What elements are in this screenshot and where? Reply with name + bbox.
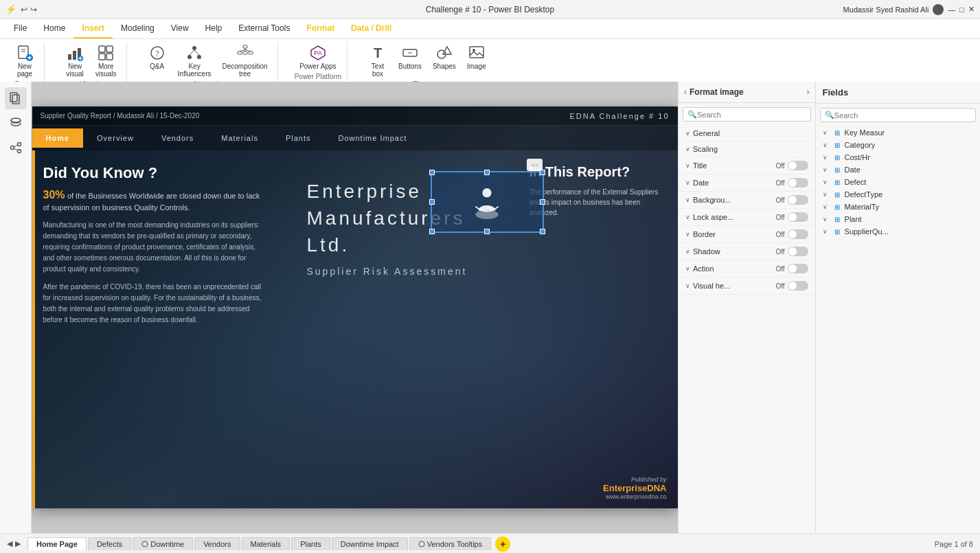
prev-page-btn[interactable]: ◀ <box>7 539 12 548</box>
shapes-button[interactable]: Shapes <box>429 42 460 71</box>
format-section-title[interactable]: ∨ Title Off <box>679 157 815 174</box>
tab-insert[interactable]: Insert <box>73 19 113 38</box>
svg-line-45 <box>14 148 17 150</box>
format-sections-list: ∨ General ∨ Scaling ∨ Title <box>679 126 815 533</box>
tab-help[interactable]: Help <box>197 19 231 38</box>
shadow-toggle[interactable] <box>788 247 808 256</box>
handle-rm[interactable] <box>540 199 545 205</box>
tab-view[interactable]: View <box>163 19 197 38</box>
text-box-icon: T <box>368 43 387 63</box>
format-back-arrow[interactable]: ‹ <box>684 87 687 97</box>
next-page-btn[interactable]: ▶ <box>15 539 21 548</box>
defect-icon: ⊞ <box>832 179 842 186</box>
field-defect[interactable]: ∨ ⊞ Defect <box>816 176 980 188</box>
tab-data-drill[interactable]: Data / Drill <box>343 19 400 38</box>
nav-home[interactable]: Home <box>32 128 84 148</box>
field-date[interactable]: ∨ ⊞ Date <box>816 163 980 176</box>
field-plant[interactable]: ∨ ⊞ Plant <box>816 213 980 225</box>
format-section-background[interactable]: ∨ Backgrou... Off <box>679 192 815 209</box>
tab-vendors-tooltips[interactable]: Vendors Tooltips <box>409 537 492 550</box>
format-section-border[interactable]: ∨ Border Off <box>679 226 815 243</box>
more-visuals-button[interactable]: Morevisuals <box>91 42 121 79</box>
qa-button[interactable]: ? Q&A <box>144 42 171 71</box>
handle-tl[interactable] <box>429 170 435 175</box>
field-defect-type[interactable]: ∨ ⊞ DefectType <box>816 188 980 201</box>
tab-format[interactable]: Format <box>298 19 343 38</box>
image-button[interactable]: Image <box>463 42 490 71</box>
nav-overview[interactable]: Overview <box>83 128 148 148</box>
power-apps-button[interactable]: PA Power Apps <box>295 42 340 71</box>
new-page-button[interactable]: Newpage <box>11 42 38 79</box>
lock-aspect-label: Lock aspe... <box>693 213 733 221</box>
format-panel-title: Format image <box>690 87 804 97</box>
format-section-shadow[interactable]: ∨ Shadow Off <box>679 243 815 260</box>
date-toggle[interactable] <box>788 178 808 188</box>
report-canvas: Supplier Quality Report / Mudassir Ali /… <box>32 106 678 508</box>
status-right: Page 1 of 8 <box>935 540 973 548</box>
format-section-visual-header[interactable]: ∨ Visual he... Off <box>679 278 815 295</box>
handle-bm[interactable] <box>484 229 490 234</box>
text-box-button[interactable]: T Textbox <box>364 42 391 79</box>
format-section-action[interactable]: ∨ Action Off <box>679 260 815 278</box>
field-cost-hr[interactable]: ∨ ⊞ Cost/Hr <box>816 151 980 163</box>
format-section-lock-aspect[interactable]: ∨ Lock aspe... Off <box>679 209 815 226</box>
tab-external-tools[interactable]: External Tools <box>230 19 298 38</box>
close-btn[interactable]: ✕ <box>968 5 975 14</box>
title-toggle[interactable] <box>788 161 808 170</box>
tab-defects[interactable]: Defects <box>88 537 131 550</box>
handle-bl[interactable] <box>429 229 435 234</box>
tab-downtime[interactable]: Downtime <box>133 537 193 550</box>
app-icon: ⚡ <box>5 4 16 14</box>
buttons-button[interactable]: Buttons <box>394 42 426 71</box>
handle-tm[interactable] <box>484 170 490 175</box>
undo-btn[interactable]: ↩ <box>21 5 27 14</box>
tab-home-page[interactable]: Home Page <box>27 537 87 550</box>
field-supplier-qu[interactable]: ∨ ⊞ SupplierQu... <box>816 225 980 238</box>
action-toggle[interactable] <box>788 264 808 273</box>
background-toggle[interactable] <box>788 195 808 205</box>
tab-home[interactable]: Home <box>35 19 73 38</box>
border-toggle[interactable] <box>788 229 808 239</box>
handle-tr[interactable] <box>540 170 545 175</box>
category-chevron: ∨ <box>823 142 830 148</box>
fields-search-icon: 🔍 <box>825 111 834 120</box>
decomp-tree-button[interactable]: Decompositiontree <box>218 42 272 79</box>
redo-btn[interactable]: ↪ <box>30 5 37 14</box>
tab-plants[interactable]: Plants <box>291 537 330 550</box>
nav-plants[interactable]: Plants <box>272 128 325 148</box>
format-section-date[interactable]: ∨ Date Off <box>679 174 815 192</box>
selected-image-element[interactable]: ··· <box>431 171 544 233</box>
tab-file[interactable]: File <box>5 19 35 38</box>
nav-vendors[interactable]: Vendors <box>148 128 207 148</box>
key-influencers-button[interactable]: KeyInfluencers <box>174 42 216 79</box>
fields-search-input[interactable] <box>834 111 971 120</box>
material-type-label: MaterialTy <box>845 203 973 211</box>
sidebar-data-icon[interactable] <box>5 112 27 134</box>
format-section-scaling[interactable]: ∨ Scaling <box>679 142 815 157</box>
tab-modeling[interactable]: Modeling <box>113 19 163 38</box>
nav-downtime-impact[interactable]: Downtime Impact <box>324 128 420 148</box>
add-page-button[interactable]: + <box>495 537 510 552</box>
field-key-measure[interactable]: ∨ ⊞ Key Measur <box>816 126 980 139</box>
canvas-area[interactable]: Supplier Quality Report / Mudassir Ali /… <box>32 82 678 533</box>
shapes-label: Shapes <box>433 63 456 70</box>
sidebar-pages-icon[interactable] <box>5 87 27 109</box>
tab-materials[interactable]: Materials <box>242 537 290 550</box>
tab-vendors[interactable]: Vendors <box>194 537 240 550</box>
format-section-general[interactable]: ∨ General <box>679 126 815 142</box>
maximize-btn[interactable]: □ <box>959 5 964 14</box>
new-visual-button[interactable]: Newvisual <box>61 42 89 79</box>
lock-aspect-toggle[interactable] <box>788 212 808 222</box>
tab-downtime-impact[interactable]: Downtime Impact <box>332 537 408 550</box>
format-search-input[interactable] <box>697 111 806 119</box>
minimize-btn[interactable]: — <box>948 5 955 14</box>
sidebar-model-icon[interactable] <box>5 137 27 159</box>
handle-lm[interactable] <box>429 199 435 205</box>
field-material-type[interactable]: ∨ ⊞ MaterialTy <box>816 201 980 213</box>
format-forward-arrow[interactable]: › <box>807 87 810 97</box>
handle-br[interactable] <box>540 229 545 234</box>
image-label: Image <box>467 63 486 70</box>
field-category[interactable]: ∨ ⊞ Category <box>816 139 980 151</box>
visual-header-toggle[interactable] <box>788 281 808 291</box>
nav-materials[interactable]: Materials <box>207 128 272 148</box>
